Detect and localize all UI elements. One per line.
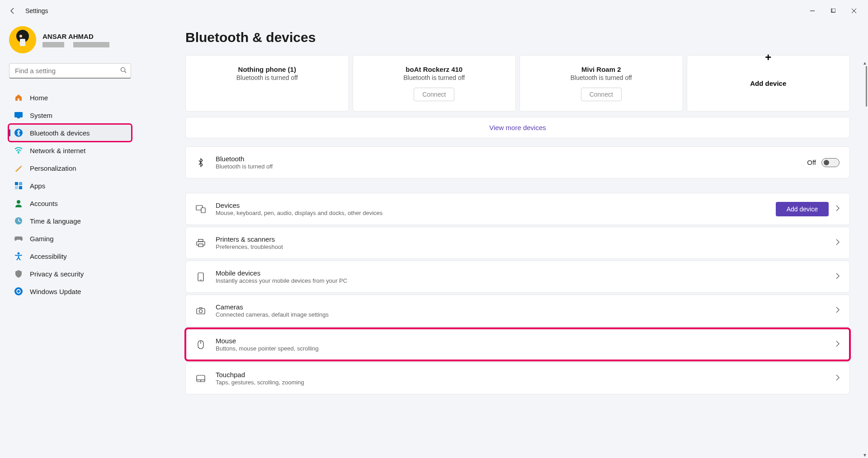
- accessibility-icon: [14, 252, 23, 260]
- svg-rect-7: [20, 39, 25, 46]
- sidebar-item-accounts[interactable]: Accounts: [9, 195, 131, 211]
- device-card[interactable]: Mivi Roam 2Bluetooth is turned offConnec…: [519, 55, 683, 112]
- bluetooth-toggle-wrap: Off: [807, 158, 840, 167]
- setting-body: MouseButtons, mouse pointer speed, scrol…: [216, 337, 826, 352]
- setting-action: [836, 341, 840, 349]
- scrollbar[interactable]: ▲ ▼: [862, 66, 868, 458]
- add-device-card[interactable]: +Add device: [687, 55, 850, 112]
- search-box: [9, 63, 131, 79]
- sidebar-item-label: Network & internet: [30, 147, 85, 154]
- sidebar-item-system[interactable]: System: [9, 107, 131, 123]
- setting-row-mouse[interactable]: MouseButtons, mouse pointer speed, scrol…: [185, 328, 850, 360]
- sidebar-item-label: Home: [30, 94, 48, 102]
- bluetooth-title: Bluetooth: [216, 155, 797, 163]
- window-title: Settings: [25, 7, 48, 14]
- setting-action: [836, 273, 840, 281]
- sidebar-item-home[interactable]: Home: [9, 89, 131, 106]
- device-status: Bluetooth is turned off: [236, 74, 298, 81]
- setting-body: TouchpadTaps, gestures, scrolling, zoomi…: [216, 371, 826, 386]
- setting-body: Mobile devicesInstantly access your mobi…: [216, 269, 826, 284]
- svg-rect-27: [198, 244, 203, 247]
- sidebar-item-accessibility[interactable]: Accessibility: [9, 248, 131, 264]
- search-icon[interactable]: [120, 67, 127, 75]
- plus-icon: +: [765, 51, 771, 64]
- account-name: ANSAR AHMAD: [42, 33, 109, 40]
- view-more-devices[interactable]: View more devices: [185, 117, 850, 138]
- setting-row-printers[interactable]: Printers & scannersPreferences, troubles…: [185, 227, 850, 259]
- svg-point-21: [18, 252, 20, 255]
- sidebar-item-bluetooth[interactable]: Bluetooth & devices: [9, 125, 131, 141]
- bluetooth-icon: [14, 129, 23, 137]
- svg-rect-17: [15, 186, 18, 189]
- svg-rect-28: [198, 273, 203, 281]
- svg-rect-24: [201, 208, 205, 213]
- setting-desc: Mouse, keyboard, pen, audio, displays an…: [216, 210, 766, 216]
- setting-desc: Buttons, mouse pointer speed, scrolling: [216, 345, 826, 352]
- setting-row-mobile[interactable]: Mobile devicesInstantly access your mobi…: [185, 261, 850, 293]
- update-icon: [14, 287, 23, 295]
- setting-body: CamerasConnected cameras, default image …: [216, 303, 826, 318]
- minimize-button[interactable]: [802, 4, 823, 18]
- setting-row-devices[interactable]: DevicesMouse, keyboard, pen, audio, disp…: [185, 193, 850, 225]
- sidebar-item-personalization[interactable]: Personalization: [9, 160, 131, 176]
- sidebar-item-privacy[interactable]: Privacy & security: [9, 266, 131, 282]
- sidebar-item-gaming[interactable]: Gaming: [9, 230, 131, 247]
- svg-rect-15: [15, 182, 18, 185]
- sidebar-item-update[interactable]: Windows Update: [9, 283, 131, 299]
- close-button[interactable]: [844, 4, 864, 18]
- account-block[interactable]: ANSAR AHMAD: [9, 26, 138, 63]
- connect-button[interactable]: Connect: [581, 88, 622, 101]
- account-sub: [42, 42, 109, 47]
- add-device-label: Add device: [750, 79, 786, 87]
- device-name: Mivi Roam 2: [581, 65, 621, 73]
- camera-icon: [196, 307, 206, 314]
- setting-desc: Instantly access your mobile devices fro…: [216, 277, 826, 284]
- setting-desc: Preferences, troubleshoot: [216, 243, 826, 250]
- setting-action: [836, 239, 840, 247]
- avatar: [9, 26, 36, 53]
- sidebar: ANSAR AHMAD HomeSystemBluetooth & device…: [0, 22, 140, 458]
- sidebar-item-network[interactable]: Network & internet: [9, 142, 131, 159]
- device-name: boAt Rockerz 410: [406, 65, 462, 73]
- sidebar-item-label: Accounts: [30, 200, 58, 207]
- add-device-button[interactable]: Add device: [776, 202, 829, 216]
- sidebar-item-label: System: [30, 112, 52, 119]
- scrollbar-thumb[interactable]: [866, 66, 867, 107]
- maximize-button[interactable]: [823, 4, 844, 18]
- setting-row-cameras[interactable]: CamerasConnected cameras, default image …: [185, 294, 850, 327]
- svg-point-8: [19, 35, 22, 37]
- setting-row-touchpad[interactable]: TouchpadTaps, gestures, scrolling, zoomi…: [185, 362, 850, 394]
- back-button[interactable]: [4, 2, 22, 20]
- svg-line-10: [125, 71, 127, 73]
- svg-point-14: [18, 153, 19, 154]
- scroll-up-icon[interactable]: ▲: [862, 60, 868, 66]
- titlebar: Settings: [0, 0, 868, 22]
- svg-point-22: [14, 287, 23, 295]
- setting-title: Mobile devices: [216, 269, 826, 277]
- sidebar-item-label: Gaming: [30, 235, 54, 243]
- sidebar-item-label: Apps: [30, 182, 45, 190]
- svg-point-19: [17, 200, 20, 204]
- bluetooth-desc: Bluetooth is turned off: [216, 163, 797, 170]
- chevron-right-icon: [836, 205, 840, 213]
- svg-rect-16: [19, 182, 22, 185]
- bluetooth-toggle[interactable]: [821, 158, 840, 167]
- personalization-icon: [14, 164, 23, 172]
- nav: HomeSystemBluetooth & devicesNetwork & i…: [9, 89, 138, 299]
- sidebar-item-time[interactable]: Time & language: [9, 213, 131, 229]
- connect-button[interactable]: Connect: [414, 88, 454, 101]
- setting-body: Printers & scannersPreferences, troubles…: [216, 235, 826, 250]
- device-card[interactable]: boAt Rockerz 410Bluetooth is turned offC…: [353, 55, 516, 112]
- bluetooth-icon: [196, 158, 206, 168]
- device-card[interactable]: Nothing phone (1)Bluetooth is turned off: [185, 55, 349, 112]
- bluetooth-toggle-row[interactable]: Bluetooth Bluetooth is turned off Off: [185, 146, 850, 178]
- sidebar-item-apps[interactable]: Apps: [9, 178, 131, 194]
- bluetooth-state-label: Off: [807, 159, 816, 166]
- printer-icon: [196, 239, 206, 247]
- bluetooth-body: Bluetooth Bluetooth is turned off: [216, 155, 797, 170]
- scroll-down-icon[interactable]: ▼: [862, 452, 868, 458]
- chevron-right-icon: [836, 307, 840, 315]
- setting-action: [836, 307, 840, 315]
- search-input[interactable]: [9, 63, 131, 79]
- chevron-right-icon: [836, 374, 840, 383]
